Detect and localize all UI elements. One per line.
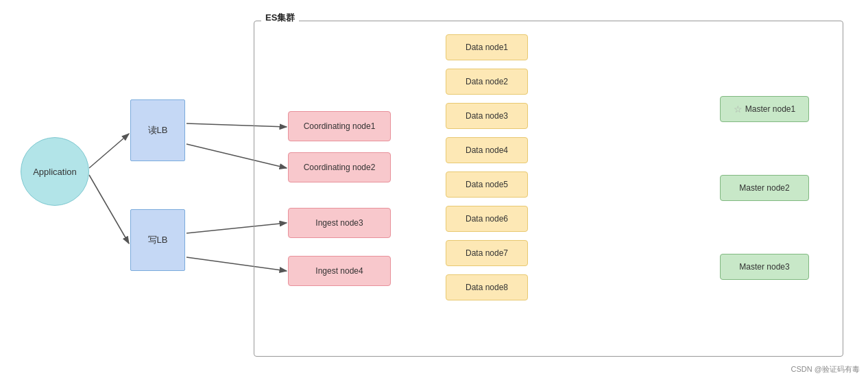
es-cluster-label: ES集群	[261, 12, 299, 24]
master-node-3-label: Master node3	[739, 262, 789, 272]
data-node-7-label: Data node7	[466, 248, 508, 258]
application-node: Application	[21, 137, 89, 206]
ingest-node-3-label: Ingest node3	[315, 218, 363, 228]
data-node-5-label: Data node5	[466, 180, 508, 189]
data-node-3: Data node3	[446, 103, 528, 129]
watermark-text: CSDN @验证码有毒	[791, 365, 860, 373]
data-node-8: Data node8	[446, 274, 528, 300]
data-node-8-label: Data node8	[466, 283, 508, 292]
data-node-3-label: Data node3	[466, 111, 508, 121]
data-node-4-label: Data node4	[466, 145, 508, 155]
write-lb-box: 写LB	[130, 209, 185, 271]
data-node-4: Data node4	[446, 137, 528, 163]
svg-line-1	[89, 134, 129, 168]
master-node-2: Master node2	[720, 175, 809, 201]
ingest-node-4: Ingest node4	[288, 256, 391, 286]
coord-node-1: Coordinating node1	[288, 111, 391, 141]
application-label: Application	[33, 167, 77, 177]
diagram-container: Application 读LB 写LB ES集群 Coordinating no…	[0, 0, 868, 380]
data-node-1: Data node1	[446, 34, 528, 60]
data-node-5: Data node5	[446, 171, 528, 198]
coord-node-2-label: Coordinating node2	[304, 163, 376, 172]
data-node-6-label: Data node6	[466, 214, 508, 224]
master-node-3: Master node3	[720, 254, 809, 280]
svg-line-2	[89, 175, 129, 244]
data-node-7: Data node7	[446, 240, 528, 266]
watermark: CSDN @验证码有毒	[791, 364, 860, 375]
master-star-icon: ☆	[734, 104, 743, 115]
ingest-node-4-label: Ingest node4	[315, 266, 363, 276]
write-lb-label: 写LB	[148, 234, 168, 246]
data-node-2: Data node2	[446, 69, 528, 95]
coord-node-2: Coordinating node2	[288, 152, 391, 182]
master-node-1-label: Master node1	[745, 104, 795, 114]
master-node-2-label: Master node2	[739, 183, 789, 193]
data-node-1-label: Data node1	[466, 43, 508, 52]
read-lb-box: 读LB	[130, 99, 185, 161]
ingest-node-3: Ingest node3	[288, 208, 391, 238]
data-node-6: Data node6	[446, 206, 528, 232]
master-node-1: ☆ Master node1	[720, 96, 809, 122]
read-lb-label: 读LB	[148, 124, 168, 136]
data-node-2-label: Data node2	[466, 77, 508, 86]
coord-node-1-label: Coordinating node1	[304, 121, 376, 131]
